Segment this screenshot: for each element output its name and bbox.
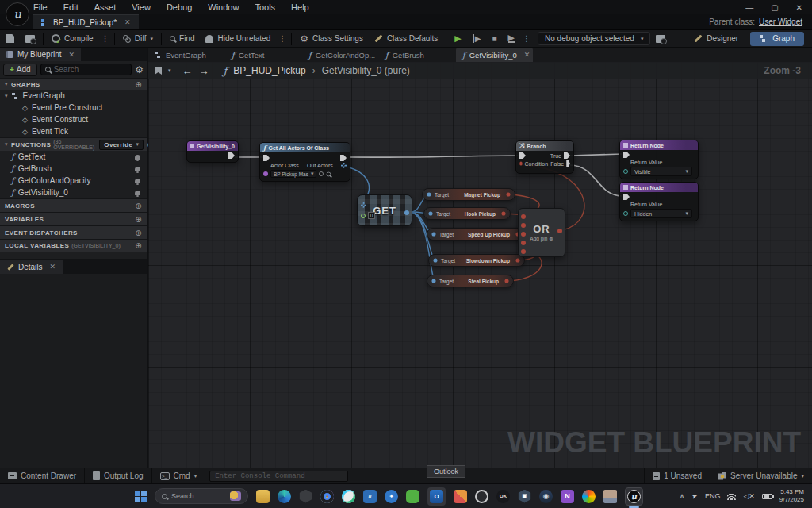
taskbar-search-input[interactable]: [171, 492, 226, 500]
return-value-dropdown[interactable]: Visible ▾: [630, 167, 692, 176]
chevron-down-icon[interactable]: ▾: [168, 67, 171, 74]
exec-input-pin[interactable]: [623, 152, 630, 158]
node-array-get[interactable]: 0 GET: [357, 194, 412, 226]
actor-class-pin[interactable]: [263, 171, 268, 176]
asset-tab-close-icon[interactable]: ✕: [124, 18, 131, 26]
eventgraph-row[interactable]: ▾ EventGraph: [0, 90, 147, 102]
index-input-pin[interactable]: [361, 214, 366, 218]
asset-tab[interactable]: BP_HUD_Pickup* ✕: [33, 14, 139, 29]
debug-browse-button[interactable]: [650, 30, 671, 47]
output-log-button[interactable]: Output Log: [85, 468, 151, 483]
designer-button[interactable]: Designer: [688, 34, 744, 43]
override-dropdown[interactable]: Override▾: [99, 140, 144, 150]
wifi-icon[interactable]: [727, 493, 736, 500]
local-variables-section-header[interactable]: LOCAL VARIABLES (GETVISIBILITY_0) ⊕: [0, 239, 147, 252]
functions-section-header[interactable]: ▾ FUNCTIONS (36 OVERRIDABLE) Override▾ ⊕: [0, 137, 147, 151]
language-indicator[interactable]: ENG: [705, 492, 721, 500]
menu-tools[interactable]: Tools: [255, 2, 275, 12]
my-blueprint-tab[interactable]: My Blueprint ✕: [0, 48, 81, 61]
function-row[interactable]: ƒ GetVisibility_0: [0, 187, 147, 198]
result-pin[interactable]: [515, 258, 519, 262]
false-exec-pin[interactable]: [566, 160, 570, 167]
add-variable-icon[interactable]: ⊕: [135, 215, 142, 224]
pinned-app-icon[interactable]: ✦: [385, 490, 398, 503]
unity-hub-icon[interactable]: [299, 490, 312, 503]
menu-file[interactable]: File: [33, 2, 48, 12]
exec-input-pin[interactable]: [623, 194, 630, 200]
out-actors-array-pin[interactable]: [341, 163, 347, 168]
index-value[interactable]: 0: [368, 212, 375, 219]
menu-window[interactable]: Window: [208, 2, 239, 12]
debug-object-dropdown[interactable]: No debug object selected ▾: [538, 32, 650, 45]
outlook-taskbar-button[interactable]: O: [427, 487, 446, 506]
hide-unrelated-button[interactable]: Hide Unrelated: [200, 30, 276, 47]
or-input-pin[interactable]: [521, 241, 526, 245]
app-icon[interactable]: [454, 490, 467, 503]
menu-edit[interactable]: Edit: [63, 2, 79, 12]
eject-button[interactable]: ▶: [503, 30, 520, 47]
node-return-hidden[interactable]: Return Node Return Value Hidden ▾: [619, 182, 699, 221]
function-row[interactable]: ƒ GetText: [0, 151, 147, 163]
console-command-field[interactable]: [209, 471, 348, 482]
node-compare-speedup-pickup[interactable]: Target Speed Up Pickup: [427, 228, 525, 241]
frame-skip-button[interactable]: ▶: [467, 30, 487, 47]
file-explorer-icon[interactable]: [256, 490, 270, 503]
menu-view[interactable]: View: [132, 2, 151, 12]
blueprint-search-input[interactable]: [54, 65, 128, 74]
cmd-dropdown[interactable]: >_ Cmd ▾: [152, 468, 205, 483]
start-button[interactable]: [135, 491, 147, 502]
node-return-visible[interactable]: Return Node Return Value Visible ▾: [619, 140, 699, 179]
macros-section-header[interactable]: MACROS ⊕: [0, 198, 147, 212]
tray-expand-icon[interactable]: ∧: [680, 492, 685, 500]
stop-button[interactable]: ■: [487, 30, 503, 47]
target-pin[interactable]: [427, 192, 431, 196]
close-button[interactable]: ✕: [796, 3, 802, 12]
wechat-icon[interactable]: [406, 490, 419, 503]
content-drawer-button[interactable]: Content Drawer: [0, 468, 85, 483]
hex-app-icon[interactable]: ▣: [518, 490, 531, 503]
or-output-pin[interactable]: [557, 229, 562, 233]
target-pin[interactable]: [431, 232, 435, 236]
forward-arrow-icon[interactable]: →: [199, 65, 209, 77]
event-dispatchers-section-header[interactable]: EVENT DISPATCHERS ⊕: [0, 225, 147, 239]
actor-class-dropdown[interactable]: BP Pickup Mas ▾: [270, 170, 316, 178]
event-row[interactable]: ◇ Event Tick: [0, 125, 147, 137]
back-arrow-icon[interactable]: ←: [182, 65, 193, 77]
slack-icon[interactable]: [342, 490, 355, 503]
or-input-pin[interactable]: [521, 214, 526, 219]
bookmark-icon[interactable]: [155, 67, 162, 75]
condition-pin[interactable]: [519, 161, 522, 165]
unreal-logo-icon[interactable]: u: [6, 2, 29, 26]
target-pin[interactable]: [428, 211, 432, 215]
return-value-pin[interactable]: [623, 211, 628, 216]
function-row[interactable]: ƒ GetBrush: [0, 163, 147, 175]
unsaved-button[interactable]: 1 Unsaved: [644, 468, 710, 483]
blueprint-search[interactable]: [40, 64, 132, 75]
parent-class-link[interactable]: User Widget: [759, 17, 802, 26]
node-getvisibility-entry[interactable]: GetVisibility_0: [186, 140, 239, 163]
maximize-button[interactable]: ▢: [771, 3, 778, 12]
browse-icon[interactable]: [327, 171, 331, 176]
copilot-icon[interactable]: [582, 490, 596, 503]
or-input-pin[interactable]: [521, 249, 526, 254]
browse-asset-button[interactable]: [20, 30, 40, 47]
class-settings-button[interactable]: ⚙ Class Settings: [294, 30, 369, 47]
or-input-pin[interactable]: [521, 232, 526, 237]
play-button[interactable]: ▶: [449, 30, 466, 47]
variables-section-header[interactable]: VARIABLES ⊕: [0, 212, 147, 225]
result-pin[interactable]: [501, 211, 505, 215]
edge-icon[interactable]: [278, 490, 291, 503]
steam-icon[interactable]: ◉: [539, 490, 553, 503]
battery-icon[interactable]: [762, 494, 772, 499]
panel-settings-icon[interactable]: ⚙: [135, 65, 144, 75]
volume-muted-icon[interactable]: ◁✕: [743, 492, 754, 500]
or-input-pin[interactable]: [521, 223, 526, 228]
add-button[interactable]: +Add: [3, 64, 37, 76]
node-compare-magnet-pickup[interactable]: Target Magnet Pickup: [422, 188, 515, 201]
true-exec-pin[interactable]: [564, 152, 570, 159]
menu-debug[interactable]: Debug: [167, 2, 192, 12]
blueprint-canvas[interactable]: ▾ ← → ƒ BP_HUD_Pickup › GetVisibility_0 …: [148, 62, 812, 468]
exec-input-pin[interactable]: [519, 152, 526, 159]
taskbar-search[interactable]: [155, 488, 248, 504]
details-tab[interactable]: Details ✕: [0, 260, 63, 274]
